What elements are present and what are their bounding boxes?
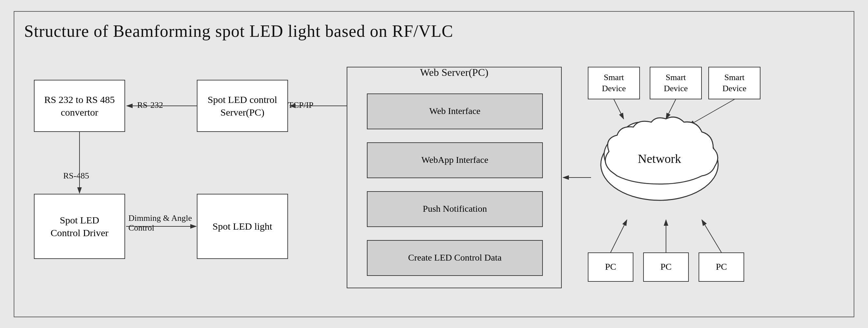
box-pc-3: PC (699, 253, 744, 282)
pc-3-label: PC (716, 261, 727, 273)
pc-1-label: PC (605, 261, 616, 273)
box-smart-device-3: SmartDevice (708, 67, 761, 99)
svg-line-10 (611, 220, 627, 253)
label-dimming: Dimming & AngleControl (128, 214, 192, 233)
web-interface-label: Web Interface (429, 105, 480, 117)
smart-device-3-label: SmartDevice (722, 72, 746, 94)
box-create-led: Create LED Control Data (367, 240, 543, 276)
page-title: Structure of Beamforming spot LED light … (24, 22, 844, 41)
web-server-title: Web Server(PC) (417, 66, 492, 79)
led-light-label: Spot LED light (212, 220, 272, 233)
box-web-server-outer: Web Server(PC) Web Interface WebApp Inte… (347, 67, 562, 288)
box-smart-device-2: SmartDevice (650, 67, 702, 99)
label-rs232: RS-232 (137, 100, 163, 110)
box-led-light: Spot LED light (197, 194, 288, 259)
svg-line-12 (702, 220, 721, 253)
box-pc-1: PC (588, 253, 633, 282)
box-smart-device-1: SmartDevice (588, 67, 640, 99)
diagram-body: RS 232 to RS 485convertor Spot LED contr… (24, 54, 844, 308)
create-led-label: Create LED Control Data (408, 252, 502, 263)
box-rs232-rs485: RS 232 to RS 485convertor (34, 80, 125, 132)
pc-2-label: PC (660, 261, 672, 273)
box-pc-2: PC (643, 253, 689, 282)
box-led-driver: Spot LEDControl Driver (34, 194, 125, 259)
smart-device-2-label: SmartDevice (664, 72, 688, 94)
led-server-label: Spot LED controlServer(PC) (208, 93, 277, 119)
box-led-server: Spot LED controlServer(PC) (197, 80, 288, 132)
rs232-rs485-label: RS 232 to RS 485convertor (44, 93, 115, 119)
label-tcpip: TCP/IP (288, 100, 313, 110)
webapp-interface-label: WebApp Interface (421, 154, 488, 166)
led-driver-label: Spot LEDControl Driver (51, 214, 108, 239)
diagram-container: Structure of Beamforming spot LED light … (14, 11, 854, 317)
box-push-notification: Push Notification (367, 191, 543, 227)
network-cloud: Network (591, 106, 728, 210)
push-notification-label: Push Notification (423, 203, 487, 215)
svg-text:Network: Network (638, 152, 681, 165)
smart-device-1-label: SmartDevice (602, 72, 626, 94)
label-rs485: RS-485 (63, 171, 89, 181)
box-webapp-interface: WebApp Interface (367, 142, 543, 178)
box-web-interface: Web Interface (367, 94, 543, 129)
